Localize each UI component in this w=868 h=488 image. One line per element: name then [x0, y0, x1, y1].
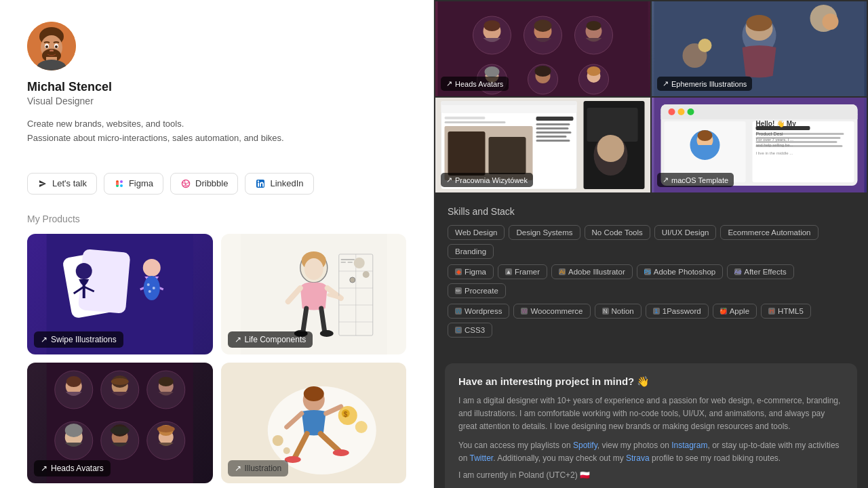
portfolio-item-ephemeris[interactable]: ↗ Ephemeris Illustrations [652, 1, 867, 96]
svg-text:For over 7 years, I ...: For over 7 years, I ... [756, 138, 794, 142]
svg-point-83 [303, 386, 323, 401]
right-panel: ↗ Heads Avatars [434, 0, 868, 488]
portfolio-item-pracownia[interactable]: ↗ Pracownia Wizytówek [435, 98, 650, 192]
svg-point-32 [147, 283, 150, 286]
avatar [27, 22, 76, 70]
svg-point-34 [149, 290, 151, 293]
product-card-swipe[interactable]: ↗ Swipe Illustrations [27, 234, 213, 354]
ai-dot-icon: Ai [559, 268, 566, 275]
running-label: ↗ Illustration [228, 460, 289, 476]
svg-text:I live in the middle ...: I live in the middle ... [756, 151, 793, 155]
pf-pracownia-label: ↗ Pracownia Wizytówek [441, 173, 533, 187]
lets-talk-button[interactable]: Let's talk [27, 173, 97, 195]
svg-point-94 [272, 435, 283, 446]
instagram-link[interactable]: Instagram [671, 441, 707, 450]
spotify-link[interactable]: Spotify [573, 441, 597, 450]
product-card-heads[interactable]: ↗ Heads Avatars [27, 363, 213, 483]
notion-dot-icon: N [602, 308, 609, 314]
products-grid: ↗ Swipe Illustrations [27, 234, 406, 483]
profile-bio: Create new brands, websites, and tools. … [27, 117, 406, 146]
svg-point-148 [688, 108, 694, 115]
svg-rect-135 [536, 131, 572, 134]
svg-line-41 [302, 308, 306, 332]
svg-rect-12 [120, 180, 123, 183]
cta-title: Have an interesting project in mind? 👋 [458, 375, 844, 388]
pr-dot-icon: ✏ [455, 287, 462, 294]
svg-rect-128 [445, 121, 506, 123]
dribbble-icon [180, 178, 191, 189]
svg-point-146 [669, 108, 675, 115]
svg-point-33 [153, 287, 155, 289]
svg-text:and help selling be...: and help selling be... [756, 143, 793, 147]
svg-point-105 [587, 21, 601, 30]
skill-notion: N Notion [595, 304, 642, 319]
dribbble-button[interactable]: Dribbble [170, 173, 238, 195]
svg-point-99 [484, 20, 500, 31]
skill-procreate: ✏ Procreate [448, 283, 506, 298]
skill-1password: 1 1Password [646, 304, 709, 319]
social-buttons: Let's talk Figma [27, 173, 406, 195]
skills-section: Skills and Stack Web Design Design Syste… [434, 194, 868, 355]
portfolio-item-heads[interactable]: ↗ Heads Avatars [435, 1, 650, 96]
svg-point-108 [485, 66, 500, 77]
svg-rect-137 [536, 140, 570, 142]
skill-after-effects: Ae After Effects [727, 264, 793, 279]
svg-point-102 [534, 20, 552, 32]
skill-ecommerce: Ecommerce Automation [720, 225, 818, 240]
profile-title: Visual Designer [27, 96, 406, 106]
svg-point-152 [698, 130, 713, 141]
skill-wordpress: W Wordpress [448, 304, 509, 319]
svg-point-65 [111, 378, 129, 385]
svg-point-92 [355, 421, 367, 433]
svg-point-31 [144, 276, 160, 300]
external-link-icon: ↗ [41, 335, 47, 344]
profile-section: Michal Stencel Visual Designer Create ne… [27, 22, 406, 159]
arrow-icon: ↗ [446, 79, 452, 88]
svg-rect-18 [258, 182, 259, 186]
pf-ephemeris-label: ↗ Ephemeris Illustrations [657, 77, 752, 91]
svg-point-147 [678, 108, 685, 115]
svg-point-75 [111, 426, 130, 434]
portfolio-item-macos[interactable]: Hello! 👋 My Product Desi For over 7 year… [652, 98, 867, 192]
svg-point-122 [698, 39, 712, 52]
svg-point-44 [319, 330, 333, 337]
twitter-link[interactable]: Twitter [469, 453, 493, 463]
svg-point-95 [283, 447, 290, 454]
skill-branding: Branding [448, 244, 494, 259]
pf-macos-label: ↗ macOS Template [657, 173, 734, 187]
svg-point-19 [258, 180, 259, 182]
svg-point-38 [304, 258, 323, 280]
ps-dot-icon: Ps [644, 268, 651, 275]
skills-row2: ◆ Figma ▲ Framer Ai Adobe Illustrator Ps… [448, 264, 854, 298]
skill-no-code: No Code Tools [585, 225, 650, 240]
product-card-life[interactable]: ↗ Life Components [221, 234, 407, 354]
svg-rect-15 [116, 182, 119, 185]
figma-button[interactable]: Figma [104, 173, 163, 195]
1pw-dot-icon: 1 [653, 308, 660, 314]
linkedin-button[interactable]: LinkedIn [245, 173, 313, 195]
arrow-icon-2: ↗ [663, 79, 669, 88]
svg-point-27 [143, 259, 161, 277]
figma-icon [114, 178, 125, 189]
product-card-running[interactable]: $ ↗ Illustration [221, 363, 407, 483]
skill-photoshop: Ps Adobe Photoshop [637, 264, 723, 279]
pf-heads-label: ↗ Heads Avatars [441, 77, 509, 91]
svg-point-120 [823, 14, 839, 30]
portfolio-grid: ↗ Heads Avatars [434, 0, 868, 194]
svg-rect-130 [448, 131, 486, 176]
svg-rect-132 [536, 117, 574, 121]
svg-point-61 [66, 376, 81, 387]
skill-woocommerce: W Woocommerce [513, 304, 590, 319]
svg-point-89 [332, 449, 349, 456]
svg-point-79 [157, 426, 175, 432]
strava-link[interactable]: Strava [626, 453, 650, 463]
svg-point-55 [362, 271, 369, 278]
skill-css3: C CSS3 [448, 323, 492, 338]
arrow-icon-3: ↗ [446, 176, 452, 184]
arrow-icon-4: ↗ [663, 176, 669, 184]
skill-web-design: Web Design [448, 225, 505, 240]
my-products-title: My Products [27, 214, 406, 224]
heads-avatars-label: ↗ Heads Avatars [34, 460, 111, 476]
svg-point-111 [535, 66, 551, 77]
linkedin-icon [255, 178, 266, 189]
